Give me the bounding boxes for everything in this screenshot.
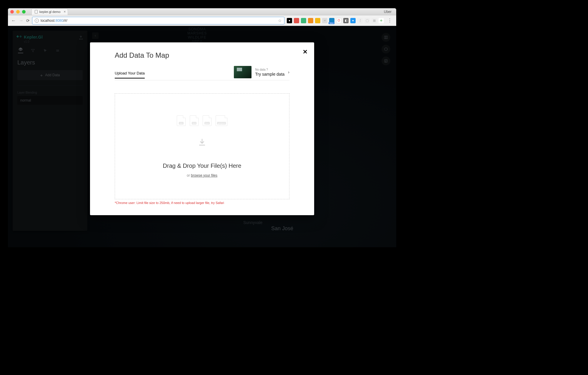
bookmark-star-icon[interactable]: ☆ bbox=[278, 18, 282, 23]
extension-icon[interactable]: ʃ bbox=[357, 18, 363, 23]
extension-icon[interactable]: xt bbox=[322, 18, 327, 23]
back-button[interactable]: ← bbox=[11, 18, 16, 23]
chrome-warning: *Chrome user: Limit file size to 250mb, … bbox=[115, 201, 289, 205]
extension-icon[interactable]: ● bbox=[287, 18, 292, 23]
add-data-modal: ✕ Add Data To Map Upload Your Data No da… bbox=[90, 42, 314, 215]
extension-icon[interactable] bbox=[315, 18, 320, 23]
browser-tab[interactable]: kepler.gl demo × bbox=[31, 9, 68, 15]
extension-icon[interactable]: ◯ bbox=[364, 18, 370, 23]
browser-menu-button[interactable]: ⋮ bbox=[386, 18, 393, 23]
browse-files-link[interactable]: browse your files bbox=[191, 173, 217, 177]
modal-tabs: Upload Your Data No data ? Try sample da… bbox=[115, 66, 289, 80]
close-modal-button[interactable]: ✕ bbox=[303, 48, 308, 55]
browser-window: kepler.gl demo × Uber ← → ⟳ i localhost:… bbox=[8, 8, 396, 247]
browser-toolbar: ← → ⟳ i localhost:8080/#/ ☆ ● xt New O ◧… bbox=[8, 15, 396, 26]
close-tab-icon[interactable]: × bbox=[64, 10, 66, 14]
tab-title: kepler.gl demo bbox=[39, 10, 61, 14]
url-host: localhost bbox=[41, 19, 54, 23]
window-controls bbox=[10, 10, 26, 14]
url-port: :8080 bbox=[54, 19, 63, 23]
extension-icon[interactable]: New bbox=[329, 18, 334, 23]
download-icon bbox=[198, 138, 206, 147]
sample-nodata-label: No data ? bbox=[255, 68, 284, 71]
extension-icon[interactable] bbox=[308, 18, 313, 23]
reload-button[interactable]: ⟳ bbox=[26, 18, 30, 23]
upload-tab-label: Upload Your Data bbox=[115, 71, 145, 75]
modal-title: Add Data To Map bbox=[115, 51, 289, 59]
extension-icon[interactable]: ● bbox=[350, 18, 356, 23]
sample-try-label: Try sample data bbox=[255, 72, 284, 77]
extension-icon[interactable]: + bbox=[379, 18, 384, 23]
file-type-icons: csv kml json geojson bbox=[177, 115, 227, 126]
sample-thumbnail bbox=[234, 66, 251, 78]
browser-titlebar: kepler.gl demo × Uber bbox=[8, 8, 396, 15]
csv-file-icon: csv bbox=[177, 115, 186, 126]
extension-icon[interactable]: ◧ bbox=[343, 18, 349, 23]
maximize-window-button[interactable] bbox=[22, 10, 26, 14]
extensions-row: ● xt New O ◧ ● ʃ ◯ ▦ + bbox=[287, 18, 384, 23]
modal-overlay: ✕ Add Data To Map Upload Your Data No da… bbox=[8, 26, 396, 247]
extension-icon[interactable] bbox=[301, 18, 306, 23]
site-info-icon[interactable]: i bbox=[35, 19, 39, 23]
json-file-icon: json bbox=[203, 115, 211, 126]
file-dropzone[interactable]: csv kml json geojson Drag & Drop Your Fi… bbox=[115, 93, 289, 199]
dropzone-title: Drag & Drop Your File(s) Here bbox=[163, 162, 241, 169]
url-path: /#/ bbox=[63, 19, 67, 23]
window-brand-label: Uber bbox=[384, 10, 394, 14]
new-badge: New bbox=[329, 22, 334, 24]
address-bar[interactable]: i localhost:8080/#/ ☆ bbox=[32, 17, 284, 24]
or-label: or bbox=[187, 173, 191, 177]
dropzone-or-row: or browse your files bbox=[187, 173, 217, 177]
upload-tab[interactable]: Upload Your Data bbox=[115, 68, 145, 78]
chevron-right-icon: › bbox=[288, 70, 289, 74]
close-window-button[interactable] bbox=[10, 10, 14, 14]
geojson-file-icon: geojson bbox=[216, 115, 227, 126]
try-sample-button[interactable]: No data ? Try sample data › bbox=[234, 66, 289, 80]
extension-icon[interactable] bbox=[294, 18, 299, 23]
kml-file-icon: kml bbox=[190, 115, 199, 126]
extension-icon[interactable]: ▦ bbox=[372, 18, 377, 23]
page-icon bbox=[35, 10, 38, 14]
app-viewport: SONOMA MARSHES WILDLIFE AREA Sunnyvale S… bbox=[8, 26, 396, 247]
extension-icon[interactable]: O bbox=[336, 18, 342, 23]
forward-button[interactable]: → bbox=[19, 18, 24, 23]
minimize-window-button[interactable] bbox=[16, 10, 20, 14]
